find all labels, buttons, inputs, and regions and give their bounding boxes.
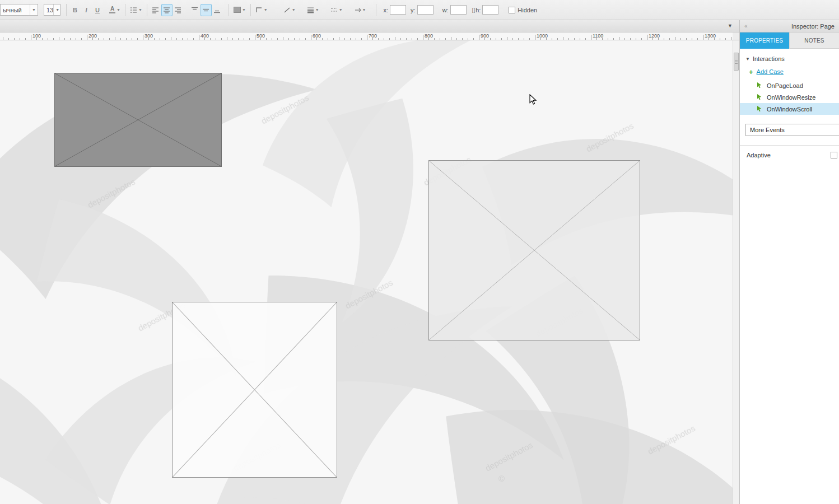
ruler-tick xyxy=(568,38,569,40)
image-placeholder-2[interactable] xyxy=(428,160,640,340)
arrow-style-icon xyxy=(354,7,361,13)
ruler-label: 100 xyxy=(32,33,41,39)
ruler-tick xyxy=(227,37,227,40)
h-label: h: xyxy=(476,7,481,13)
text-color-button[interactable]: A ▼ xyxy=(108,4,122,16)
ruler-tick xyxy=(137,38,138,40)
adaptive-checkbox[interactable] xyxy=(831,152,837,158)
scrollbar-thumb[interactable] xyxy=(734,53,739,71)
font-family-value: ычный xyxy=(3,7,22,13)
arrow-style-button[interactable]: ▼ xyxy=(352,4,368,16)
design-canvas[interactable]: depositphotos depositphotos depositphoto… xyxy=(0,40,733,504)
ruler-tick xyxy=(720,38,720,40)
ruler-tick xyxy=(272,38,272,40)
event-row-onwindowresize[interactable]: OnWindowResize xyxy=(740,91,839,103)
hidden-checkbox[interactable] xyxy=(509,7,515,13)
inspector-panel: « Inspector: Page PROPERTIES NOTES ▼ Int… xyxy=(739,20,839,504)
ruler-tick xyxy=(641,38,642,40)
bold-button[interactable]: B xyxy=(69,4,81,16)
event-row-onwindowscroll[interactable]: OnWindowScroll xyxy=(740,103,839,115)
ruler-tick xyxy=(468,38,468,40)
h-input[interactable] xyxy=(482,5,498,15)
ruler-tick xyxy=(350,38,351,40)
ruler-tick xyxy=(25,38,26,40)
line-style-button[interactable]: ▼ xyxy=(329,4,344,16)
event-label: OnWindowResize xyxy=(767,94,815,101)
ruler-label: 700 xyxy=(369,33,377,39)
ruler-tick xyxy=(42,38,43,40)
ruler-tick xyxy=(524,38,524,40)
horizontal-ruler: 1002003004005006007008009001000110012001… xyxy=(0,32,733,40)
ruler-tick xyxy=(70,38,71,40)
chevron-down-icon: ▼ xyxy=(264,8,268,12)
ruler-tick xyxy=(406,38,407,40)
line-weight-button[interactable]: ▼ xyxy=(305,4,321,16)
ruler-tick xyxy=(339,37,339,40)
valign-top-button[interactable] xyxy=(189,4,201,16)
case-pointer-icon xyxy=(757,82,763,88)
ruler-tick xyxy=(613,38,614,40)
more-events-button[interactable]: More Events xyxy=(745,124,839,136)
image-placeholder-3[interactable] xyxy=(172,302,337,478)
align-center-button[interactable] xyxy=(161,4,173,16)
ruler-tick xyxy=(188,38,188,40)
w-input[interactable] xyxy=(450,5,467,15)
tab-properties[interactable]: PROPERTIES xyxy=(740,32,789,49)
inspector-title: Inspector: Page xyxy=(791,23,835,30)
image-placeholder-1[interactable] xyxy=(54,73,222,167)
ruler-tick xyxy=(104,38,104,40)
maintain-ratio-icon[interactable]: [ ] xyxy=(472,7,475,13)
case-pointer-icon xyxy=(757,106,763,112)
interactions-section-header[interactable]: ▼ Interactions xyxy=(740,49,839,62)
valign-bottom-button[interactable] xyxy=(212,4,223,16)
border-corner-button[interactable]: ▼ xyxy=(254,4,269,16)
toolbar-separator xyxy=(229,4,229,16)
chevron-down-icon: ▼ xyxy=(339,8,343,12)
bullet-list-button[interactable]: ▼ xyxy=(128,4,144,16)
ruler-tick xyxy=(266,38,267,40)
fill-color-button[interactable]: ▼ xyxy=(232,4,248,16)
align-right-button[interactable] xyxy=(173,4,184,16)
ruler-tick xyxy=(64,38,65,40)
underline-button[interactable]: U xyxy=(92,4,103,16)
toolbar-separator xyxy=(376,4,376,16)
ruler-tick xyxy=(378,38,379,40)
y-input[interactable] xyxy=(417,5,434,15)
event-label: OnPageLoad xyxy=(767,82,803,89)
align-left-button[interactable] xyxy=(150,4,161,16)
ruler-tick xyxy=(232,38,233,40)
italic-button[interactable]: I xyxy=(81,4,92,16)
ruler-tick xyxy=(126,38,127,40)
ruler-tick xyxy=(305,38,306,40)
vertical-scrollbar[interactable] xyxy=(733,40,739,504)
chevron-down-icon[interactable]: ▼ xyxy=(728,23,733,29)
line-tool-button[interactable]: ▼ xyxy=(282,4,297,16)
ruler-corner xyxy=(733,32,739,40)
ruler-tick xyxy=(417,38,418,40)
align-right-icon xyxy=(174,7,181,13)
event-label: OnWindowScroll xyxy=(767,106,812,113)
x-input[interactable] xyxy=(390,5,406,15)
ruler-label: 400 xyxy=(201,33,209,39)
add-case-link[interactable]: Add Case xyxy=(757,68,784,75)
ruler-tick xyxy=(311,35,311,40)
ruler-tick xyxy=(563,37,563,40)
ruler-tick xyxy=(87,35,87,40)
ruler-tick xyxy=(501,38,502,40)
font-size-select[interactable]: 13 ▼ xyxy=(44,4,60,16)
event-row-onpageload[interactable]: OnPageLoad xyxy=(740,80,839,91)
toolbar-separator xyxy=(66,4,67,16)
ruler-tick xyxy=(283,37,283,40)
ruler-label: 1200 xyxy=(649,33,660,39)
hidden-label: Hidden xyxy=(518,7,537,13)
collapse-panel-icon[interactable]: « xyxy=(744,23,748,29)
tab-notes[interactable]: NOTES xyxy=(789,32,839,49)
font-family-select[interactable]: ычный ▼ xyxy=(0,4,38,16)
ruler-label: 300 xyxy=(145,33,153,39)
ruler-label: 800 xyxy=(425,33,433,39)
valign-middle-button[interactable] xyxy=(201,4,212,16)
ruler-tick xyxy=(423,35,423,40)
ruler-tick xyxy=(244,38,244,40)
ruler-tick xyxy=(557,38,558,40)
ruler-tick xyxy=(697,38,698,40)
